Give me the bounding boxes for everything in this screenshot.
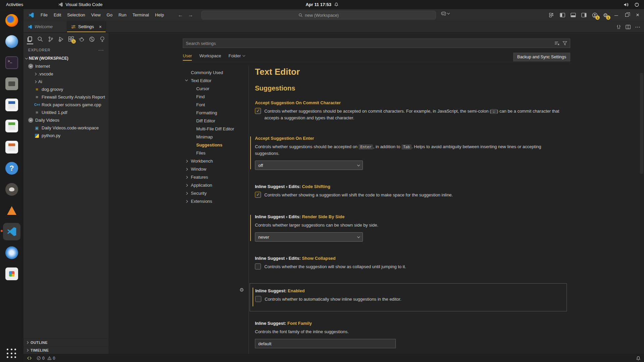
toc-font[interactable]: Font xyxy=(183,101,249,109)
explorer-more-actions-icon[interactable]: ··· xyxy=(98,47,104,53)
show-applications-icon[interactable] xyxy=(7,349,17,359)
toggle-secondary-sidebar-icon[interactable] xyxy=(581,12,587,18)
checkbox-unchecked[interactable] xyxy=(255,296,261,302)
menu-terminal[interactable]: Terminal xyxy=(129,9,152,21)
outline-section[interactable]: OUTLINE xyxy=(23,339,109,346)
toc-diff-editor[interactable]: Diff Editor xyxy=(183,117,249,125)
minimize-button[interactable]: ─ xyxy=(613,12,619,18)
navigate-forward-icon[interactable]: → xyxy=(188,12,193,18)
tree-item-file[interactable]: ≡Untitled 1.pdf xyxy=(23,109,109,116)
toc-cursor[interactable]: Cursor xyxy=(183,85,249,93)
workspace-root-row[interactable]: NEW (WORKSPACE) xyxy=(23,54,109,62)
close-tab-icon[interactable]: × xyxy=(99,24,102,29)
more-actions-icon[interactable]: ⋯ xyxy=(635,24,641,30)
toc-files[interactable]: Files xyxy=(183,149,249,157)
toc-security[interactable]: Security xyxy=(183,189,249,197)
scope-tab-user[interactable]: User xyxy=(183,53,192,60)
menu-edit[interactable]: Edit xyxy=(51,9,64,21)
teapot-extension-icon[interactable] xyxy=(78,34,85,44)
toc-application[interactable]: Application xyxy=(183,181,249,189)
filter-icon[interactable] xyxy=(562,41,567,46)
tree-item-folder[interactable]: .vscode xyxy=(23,70,109,78)
toc-commonly-used[interactable]: Commonly Used xyxy=(183,69,249,77)
clock-area[interactable]: Apr 11 17:53 xyxy=(306,2,338,7)
checkbox-checked[interactable] xyxy=(255,108,261,114)
toggle-primary-sidebar-icon[interactable] xyxy=(559,12,566,18)
run-debug-icon[interactable] xyxy=(58,34,64,44)
tree-item-file[interactable]: ▣Daily Videos.code-workspace xyxy=(23,124,109,132)
split-editor-icon[interactable] xyxy=(626,24,631,29)
clear-filters-icon[interactable] xyxy=(554,41,560,46)
accounts-icon[interactable]: 1 xyxy=(592,12,598,18)
navigate-back-icon[interactable]: ← xyxy=(178,12,183,18)
toc-minimap[interactable]: Minimap xyxy=(183,133,249,141)
libreoffice-calc-icon[interactable] xyxy=(3,117,20,135)
customize-layout-icon[interactable] xyxy=(549,12,555,18)
app-center-icon[interactable] xyxy=(3,265,20,283)
libreoffice-impress-icon[interactable] xyxy=(3,138,20,156)
toc-window[interactable]: Window xyxy=(183,165,249,173)
help-icon[interactable]: ? xyxy=(3,160,20,177)
toc-suggestions[interactable]: Suggestions xyxy=(183,141,249,149)
settings-search-input[interactable]: Search settings xyxy=(183,39,570,48)
aperture-extension-icon[interactable] xyxy=(89,34,95,44)
gimp-icon[interactable] xyxy=(3,181,20,198)
render-side-by-side-select[interactable]: never xyxy=(255,232,363,242)
menu-run[interactable]: Run xyxy=(115,9,129,21)
toc-multi-file-diff-editor[interactable]: Multi-File Diff Editor xyxy=(183,125,249,133)
source-control-icon[interactable] xyxy=(48,34,54,44)
toggle-panel-icon[interactable] xyxy=(570,12,576,18)
toc-features[interactable]: Features xyxy=(183,173,249,181)
problems-indicator[interactable]: 0 0 xyxy=(37,356,55,361)
menu-file[interactable]: File xyxy=(38,9,51,21)
tree-item-folder[interactable]: Internet xyxy=(23,62,109,70)
explorer-view-icon[interactable] xyxy=(27,34,33,44)
tree-item-file[interactable]: python.py xyxy=(23,132,109,139)
notifications-bell-icon[interactable] xyxy=(636,356,641,361)
toc-formatting[interactable]: Formatting xyxy=(183,109,249,117)
volume-icon[interactable] xyxy=(624,2,629,7)
extensions-icon[interactable]: ⚠ xyxy=(68,34,74,44)
toc-find[interactable]: Find xyxy=(183,93,249,101)
manage-gear-icon[interactable]: ⚙ 1 xyxy=(602,12,608,18)
setting-gear-icon[interactable]: ⚙ xyxy=(239,287,244,293)
toc-workbench[interactable]: Workbench xyxy=(183,157,249,165)
tab-settings[interactable]: Settings × xyxy=(67,21,106,32)
tree-item-file[interactable]: ≡Firewall Security Analysis Report xyxy=(23,93,109,101)
firefox-icon[interactable] xyxy=(3,12,20,29)
vscode-dock-icon[interactable] xyxy=(3,223,20,240)
accept-suggestion-on-enter-select[interactable]: off xyxy=(255,161,363,170)
files-icon[interactable] xyxy=(3,75,20,93)
search-view-icon[interactable] xyxy=(37,34,44,44)
chromium-icon[interactable] xyxy=(3,33,20,50)
checkbox-unchecked[interactable] xyxy=(255,263,261,269)
tree-item-file[interactable]: ≡dog.groovy xyxy=(23,85,109,93)
timeline-section[interactable]: TIMELINE xyxy=(23,346,109,354)
terminal-icon[interactable]: >_ xyxy=(3,54,20,71)
copilot-control[interactable] xyxy=(441,11,449,16)
toc-text-editor[interactable]: Text Editor xyxy=(183,77,249,85)
tree-item-folder[interactable]: Daily Videos xyxy=(23,116,109,124)
vlc-icon[interactable] xyxy=(3,202,20,219)
scrollbar-thumb[interactable] xyxy=(640,73,643,174)
restore-button[interactable] xyxy=(624,12,630,18)
menu-view[interactable]: View xyxy=(88,9,104,21)
scope-tab-folder[interactable]: Folder xyxy=(228,53,245,60)
tree-item-file[interactable]: C++Rock paper scissors game.cpp xyxy=(23,101,109,109)
tree-item-folder[interactable]: Ai xyxy=(23,78,109,85)
menu-help[interactable]: Help xyxy=(152,9,167,21)
remote-indicator-icon[interactable] xyxy=(27,356,32,360)
tab-welcome[interactable]: Welcome xyxy=(23,21,67,32)
toc-extensions[interactable]: Extensions xyxy=(183,197,249,205)
menu-selection[interactable]: Selection xyxy=(64,9,88,21)
tree-extension-icon[interactable] xyxy=(99,34,105,44)
open-settings-json-icon[interactable] xyxy=(616,24,621,29)
backup-sync-settings-button[interactable]: Backup and Sync Settings xyxy=(513,53,570,61)
scope-tab-workspace[interactable]: Workspace xyxy=(199,53,221,60)
menu-go[interactable]: Go xyxy=(104,9,115,21)
close-button[interactable]: × xyxy=(635,12,641,18)
activities-button[interactable]: Activities xyxy=(0,2,29,7)
libreoffice-writer-icon[interactable] xyxy=(3,96,20,114)
software-center-icon[interactable] xyxy=(3,244,20,261)
font-family-input[interactable]: default xyxy=(255,339,396,348)
